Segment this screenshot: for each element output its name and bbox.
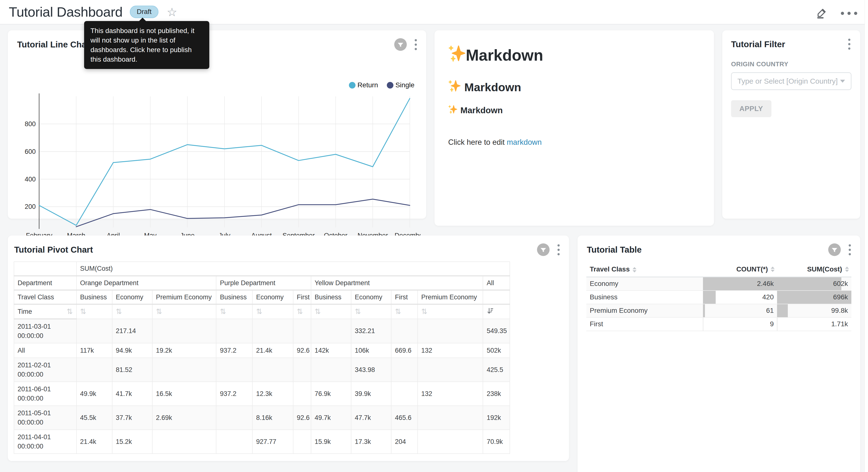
pivot-metric-header: SUM(Cost) — [76, 262, 510, 276]
sort-carets-icon[interactable] — [632, 267, 637, 272]
pivot-cell: 17.3k — [351, 430, 391, 454]
apply-button[interactable]: APPLY — [731, 100, 771, 117]
sort-arrows-icon[interactable]: ⇅ — [297, 307, 303, 316]
pivot-sort-cell[interactable]: ⇅ — [112, 304, 152, 319]
sort-arrows-icon[interactable]: ⇅ — [80, 307, 86, 316]
pivot-sort-cell[interactable]: ⇅ — [391, 304, 417, 319]
table-header-count[interactable]: COUNT(*) — [703, 262, 777, 277]
pivot-cell: 12.3k — [252, 382, 293, 406]
pivot-cell: 132 — [417, 382, 483, 406]
kebab-menu-icon[interactable] — [847, 38, 851, 51]
pivot-cell: 39.9k — [351, 382, 391, 406]
sort-arrows-icon[interactable]: ⇅ — [256, 307, 262, 316]
markdown-paragraph-text: Click here to edit — [448, 138, 507, 147]
pivot-table: SUM(Cost)DepartmentOrange DepartmentPurp… — [14, 261, 563, 454]
filter-panel-title: Tutorial Filter — [731, 39, 785, 49]
filter-badge-icon[interactable] — [536, 243, 550, 257]
more-horizontal-icon[interactable] — [841, 12, 857, 15]
markdown-h3-text: Markdown — [460, 106, 503, 115]
edit-pencil-icon[interactable] — [815, 6, 828, 20]
kebab-menu-icon[interactable] — [848, 243, 852, 256]
sort-arrows-icon[interactable]: ⇅ — [315, 307, 321, 316]
pivot-sort-cell[interactable]: ⇅ — [216, 304, 252, 319]
sort-arrows-icon[interactable]: ⇅ — [395, 307, 401, 316]
series-line-single — [76, 199, 410, 227]
pivot-cell: 21.4k — [76, 430, 112, 454]
pivot-cell: 106k — [351, 343, 391, 358]
pivot-cell — [152, 358, 216, 382]
pivot-cell: 2.69k — [152, 406, 216, 430]
legend-item-return[interactable]: Return — [349, 81, 378, 89]
legend-label: Return — [358, 81, 378, 89]
sort-arrows-icon[interactable]: ⇅ — [156, 307, 162, 316]
pivot-cell — [391, 382, 417, 406]
pivot-cell: 15.9k — [311, 430, 351, 454]
pivot-cell: 465.6 — [391, 406, 417, 430]
pivot-cell: 343.98 — [351, 358, 391, 382]
sort-arrows-icon[interactable]: ⇅ — [355, 307, 361, 316]
pivot-cell: 142k — [311, 343, 351, 358]
table-row[interactable]: Business420696k — [586, 291, 851, 304]
kebab-menu-icon[interactable] — [414, 38, 418, 51]
table-row[interactable]: Economy2.46k602k — [586, 277, 851, 291]
pivot-sort-cell[interactable]: ⇅ — [293, 304, 311, 319]
pivot-cell — [293, 358, 311, 382]
legend-dot — [349, 82, 355, 89]
favorite-star-icon[interactable]: ☆ — [167, 5, 177, 19]
y-axis-tick: 200 — [25, 203, 36, 210]
pivot-sort-cell[interactable]: ⇅ — [311, 304, 351, 319]
origin-country-select[interactable]: Type or Select [Origin Country] — [731, 72, 851, 90]
column-label: COUNT(*) — [736, 265, 768, 273]
sort-arrows-icon[interactable]: ⇅ — [421, 307, 427, 316]
count-cell: 420 — [703, 291, 777, 304]
table-header-sum[interactable]: SUM(Cost) — [777, 262, 851, 277]
filter-badge-icon[interactable] — [394, 38, 407, 51]
pivot-sort-cell[interactable]: ⇅ — [252, 304, 293, 319]
pivot-cell — [216, 319, 252, 343]
pivot-cell — [252, 319, 293, 343]
data-table: Travel ClassCOUNT(*)SUM(Cost)Economy2.46… — [586, 262, 851, 331]
scrollbar-track[interactable] — [865, 0, 868, 472]
sort-arrows-icon[interactable]: ⇅ — [220, 307, 226, 316]
legend-item-single[interactable]: Single — [387, 81, 414, 89]
pivot-row: 2011-02-01 00:00:0081.52343.98425.5 — [14, 358, 510, 382]
pivot-row: 2011-03-01 00:00:00217.14332.21549.35 — [14, 319, 510, 343]
sort-carets-icon[interactable] — [845, 267, 849, 272]
markdown-edit-link[interactable]: markdown — [507, 138, 542, 147]
pivot-class-header: Business — [216, 290, 252, 304]
pivot-cell: 37.7k — [112, 406, 152, 430]
y-axis-tick: 600 — [25, 148, 36, 155]
legend-label: Single — [395, 81, 414, 89]
line-chart[interactable]: 200400600800FebruaryMarchAprilMayJuneJul… — [15, 93, 421, 251]
pivot-sort-cell[interactable]: ⇅ — [76, 304, 112, 319]
pivot-cell — [152, 430, 216, 454]
sort-carets-icon[interactable] — [771, 267, 775, 272]
table-panel: Tutorial Table Travel ClassCOUNT(*)SUM(C… — [578, 236, 860, 472]
markdown-h1-text: Markdown — [466, 46, 543, 64]
pivot-sort-cell[interactable]: ⇅ — [152, 304, 216, 319]
pivot-sort-cell[interactable]: ⇅ — [417, 304, 483, 319]
sort-arrows-icon[interactable]: ⇅ — [66, 308, 73, 315]
pivot-row-label: 2011-05-01 00:00:00 — [14, 406, 76, 430]
chevron-down-icon — [840, 80, 845, 83]
sum-cell: 99.8k — [777, 304, 851, 318]
pivot-cell: 21.4k — [252, 343, 293, 358]
pivot-travel-class-label: Travel Class — [14, 290, 76, 304]
status-badge[interactable]: Draft — [130, 6, 158, 18]
filter-badge-icon[interactable] — [828, 243, 841, 257]
markdown-panel[interactable]: Markdown Markdown Markdown Click here to… — [434, 30, 714, 226]
pivot-cell: 92.6 — [293, 343, 311, 358]
kebab-menu-icon[interactable] — [557, 243, 561, 256]
sort-arrows-icon[interactable]: ⇅ — [116, 307, 122, 316]
pivot-row-label: 2011-03-01 00:00:00 — [14, 319, 76, 343]
sort-descending-icon[interactable] — [487, 308, 494, 316]
pivot-cell — [391, 319, 417, 343]
table-row[interactable]: Premium Economy6199.8k — [586, 304, 851, 318]
pivot-sort-cell[interactable]: ⇅ — [351, 304, 391, 319]
table-header-travel-class[interactable]: Travel Class — [586, 262, 703, 277]
table-row[interactable]: First91.71k — [586, 318, 851, 331]
pivot-sort-cell[interactable] — [483, 304, 510, 319]
pivot-cell — [76, 358, 112, 382]
publish-tooltip[interactable]: This dashboard is not published, it will… — [84, 21, 209, 69]
pivot-corner — [14, 262, 76, 276]
